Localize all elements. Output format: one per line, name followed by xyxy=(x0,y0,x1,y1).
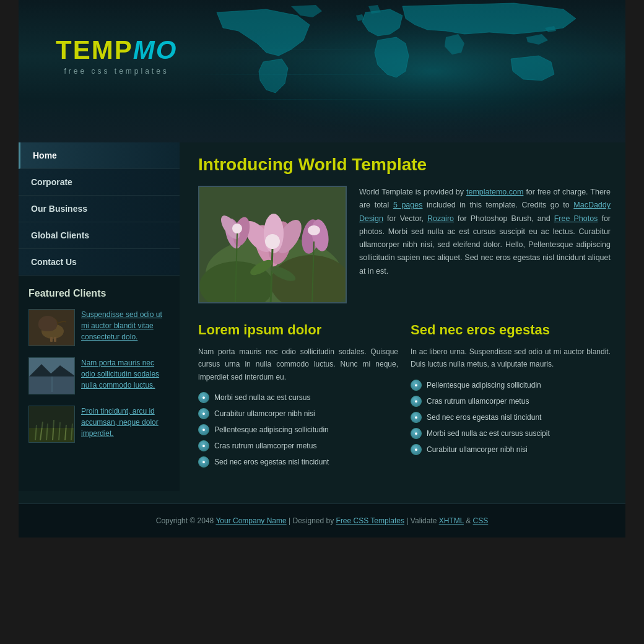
col1-list-item-4: ● Cras rutrum ullamcorper metus xyxy=(198,440,398,451)
client-thumb-3 xyxy=(28,406,75,443)
bullet-icon-c2-5: ● xyxy=(411,444,422,455)
client-image-lake xyxy=(29,358,75,394)
bullet-icon-4: ● xyxy=(198,440,209,451)
svg-point-5 xyxy=(41,324,64,339)
svg-rect-9 xyxy=(54,337,56,342)
footer-validate: | Validate xyxy=(406,516,437,525)
nav: Home Corporate Our Business Global Clien… xyxy=(19,142,180,276)
col2-list-item-5: ● Curabitur ullamcorper nibh nisi xyxy=(411,444,611,455)
5pages-link[interactable]: 5 pages xyxy=(393,201,423,209)
featured-clients-section: Featured Clients xyxy=(19,276,180,466)
svg-point-6 xyxy=(48,318,58,329)
svg-point-39 xyxy=(232,224,242,233)
client-link-3[interactable]: Proin tincidunt, arcu id accumsan, neque… xyxy=(81,406,170,439)
logo-tagline: free css templates xyxy=(56,67,177,76)
flower-image xyxy=(199,187,346,302)
featured-clients-heading: Featured Clients xyxy=(28,288,170,299)
client-link-2[interactable]: Nam porta mauris nec odio sollicitudin s… xyxy=(81,357,170,391)
intro-image xyxy=(198,186,347,303)
svg-rect-3 xyxy=(142,99,625,100)
nav-item-corporate[interactable]: Corporate xyxy=(19,169,180,196)
logo-temp: TEMP xyxy=(56,35,133,64)
col2-desc: In ac libero urna. Suspendisse sed odio … xyxy=(411,346,611,371)
col2-section: Sed nec eros egestas In ac libero urna. … xyxy=(411,322,611,472)
svg-point-42 xyxy=(308,225,320,235)
logo-mo: MO xyxy=(133,35,178,64)
col1-list-item-3: ● Pellentesque adipiscing sollicitudin xyxy=(198,424,398,435)
col2-list-item-2: ● Cras rutrum ullamcorper metus xyxy=(411,396,611,407)
footer-css-link[interactable]: CSS xyxy=(473,516,489,525)
two-col-section: Lorem ipsum dolor Nam porta mauris nec o… xyxy=(198,322,611,472)
templatemo-link[interactable]: templatemo.com xyxy=(466,188,523,196)
client-thumb-1 xyxy=(28,309,75,346)
nav-item-our-business[interactable]: Our Business xyxy=(19,196,180,222)
client-item-1: Suspendisse sed odio ut mi auctor blandi… xyxy=(28,309,170,346)
col1-desc: Nam porta mauris nec odio sollicitudin s… xyxy=(198,346,398,383)
page-title: Introducing World Template xyxy=(198,155,611,175)
freephotos-link[interactable]: Free Photos xyxy=(554,214,598,223)
footer-copyright: Copyright © 2048 xyxy=(156,516,214,525)
footer-templates-link[interactable]: Free CSS Templates xyxy=(336,516,405,525)
bullet-icon-c2-1: ● xyxy=(411,380,422,391)
col1-list-item-2: ● Curabitur ullamcorper nibh nisi xyxy=(198,408,398,419)
svg-rect-25 xyxy=(29,406,75,428)
nav-item-global-clients[interactable]: Global Clients xyxy=(19,222,180,249)
col2-list-item-4: ● Morbi sed nulla ac est cursus suscipit xyxy=(411,428,611,439)
footer-amp: & xyxy=(466,516,472,525)
svg-point-7 xyxy=(50,320,53,323)
col2-list-item-1: ● Pellentesque adipiscing sollicitudin xyxy=(411,380,611,391)
client-item-3: Proin tincidunt, arcu id accumsan, neque… xyxy=(28,406,170,443)
svg-rect-8 xyxy=(50,337,53,342)
bullet-icon-c2-3: ● xyxy=(411,412,422,423)
sidebar: Home Corporate Our Business Global Clien… xyxy=(19,142,180,491)
client-image-bird xyxy=(29,310,75,346)
bullet-icon-2: ● xyxy=(198,408,209,419)
header: TEMPMO free css templates xyxy=(19,0,625,142)
client-thumb-2 xyxy=(28,357,75,394)
col1-title: Lorem ipsum dolor xyxy=(198,322,398,338)
client-link-1[interactable]: Suspendisse sed odio ut mi auctor blandi… xyxy=(81,309,170,342)
bullet-icon-c2-2: ● xyxy=(411,396,422,407)
nav-item-home[interactable]: Home xyxy=(19,142,180,169)
footer-xhtml-link[interactable]: XHTML xyxy=(439,516,464,525)
logo-area: TEMPMO free css templates xyxy=(56,37,177,76)
col2-list-item-3: ● Sed nec eros egestas nisl tincidunt xyxy=(411,412,611,423)
main-container: Home Corporate Our Business Global Clien… xyxy=(19,142,625,491)
world-map xyxy=(142,0,625,142)
nav-item-contact-us[interactable]: Contact Us xyxy=(19,249,180,276)
col1-list-item-1: ● Morbi sed nulla ac est cursus xyxy=(198,392,398,403)
col1-list-item-5: ● Sed nec eros egestas nisl tincidunt xyxy=(198,456,398,468)
col1-section: Lorem ipsum dolor Nam porta mauris nec o… xyxy=(198,322,398,472)
logo: TEMPMO xyxy=(56,37,177,63)
bullet-icon-1: ● xyxy=(198,392,209,403)
bullet-icon-5: ● xyxy=(198,456,209,468)
footer-designed-by: | Designed by xyxy=(289,516,334,525)
intro-text: World Template is provided by templatemo… xyxy=(359,186,611,303)
footer-company-link[interactable]: Your Company Name xyxy=(215,516,286,525)
intro-section: World Template is provided by templatemo… xyxy=(198,186,611,303)
bullet-icon-3: ● xyxy=(198,424,209,435)
client-image-grass xyxy=(29,406,75,443)
col2-title: Sed nec eros egestas xyxy=(411,322,611,338)
client-item-2: Nam porta mauris nec odio sollicitudin s… xyxy=(28,357,170,394)
rozairo-link[interactable]: Rozairo xyxy=(427,214,454,223)
footer: Copyright © 2048 Your Company Name | Des… xyxy=(19,503,625,537)
content-area: Introducing World Template xyxy=(180,142,625,491)
svg-point-35 xyxy=(265,234,280,249)
bullet-icon-c2-4: ● xyxy=(411,428,422,439)
